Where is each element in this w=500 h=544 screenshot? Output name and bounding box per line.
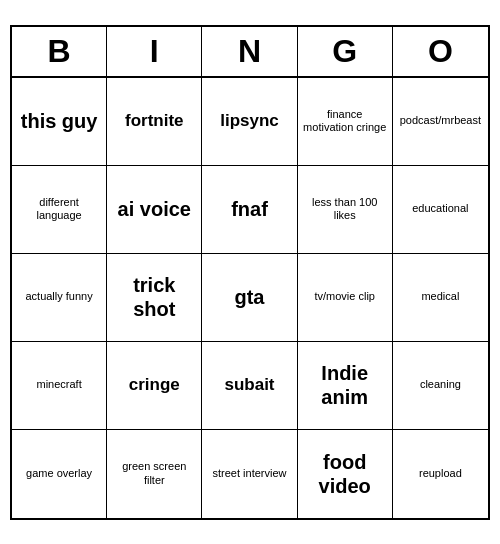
bingo-cell-1: fortnite [107, 78, 202, 166]
bingo-cell-17: subait [202, 342, 297, 430]
cell-text-10: actually funny [25, 290, 92, 303]
cell-text-2: lipsync [220, 111, 279, 131]
bingo-cell-9: educational [393, 166, 488, 254]
bingo-cell-22: street interview [202, 430, 297, 518]
cell-text-24: reupload [419, 467, 462, 480]
cell-text-14: medical [421, 290, 459, 303]
bingo-cell-7: fnaf [202, 166, 297, 254]
cell-text-6: ai voice [118, 197, 191, 221]
bingo-cell-6: ai voice [107, 166, 202, 254]
bingo-letter-g: G [298, 27, 393, 76]
cell-text-18: Indie anim [302, 361, 388, 409]
bingo-cell-10: actually funny [12, 254, 107, 342]
bingo-cell-5: different language [12, 166, 107, 254]
bingo-cell-11: trick shot [107, 254, 202, 342]
bingo-cell-19: cleaning [393, 342, 488, 430]
cell-text-4: podcast/mrbeast [400, 114, 481, 127]
bingo-letter-i: I [107, 27, 202, 76]
bingo-cell-13: tv/movie clip [298, 254, 393, 342]
cell-text-23: food video [302, 450, 388, 498]
bingo-cell-23: food video [298, 430, 393, 518]
cell-text-16: cringe [129, 375, 180, 395]
bingo-cell-20: game overlay [12, 430, 107, 518]
bingo-cell-2: lipsync [202, 78, 297, 166]
cell-text-20: game overlay [26, 467, 92, 480]
cell-text-19: cleaning [420, 378, 461, 391]
cell-text-12: gta [234, 285, 264, 309]
cell-text-3: finance motivation cringe [302, 108, 388, 134]
cell-text-9: educational [412, 202, 468, 215]
cell-text-0: this guy [21, 109, 98, 133]
cell-text-13: tv/movie clip [314, 290, 375, 303]
bingo-cell-21: green screen filter [107, 430, 202, 518]
cell-text-17: subait [224, 375, 274, 395]
bingo-cell-24: reupload [393, 430, 488, 518]
bingo-cell-3: finance motivation cringe [298, 78, 393, 166]
cell-text-8: less than 100 likes [302, 196, 388, 222]
bingo-grid: this guyfortnitelipsyncfinance motivatio… [12, 78, 488, 518]
bingo-cell-18: Indie anim [298, 342, 393, 430]
bingo-cell-12: gta [202, 254, 297, 342]
cell-text-21: green screen filter [111, 460, 197, 486]
bingo-cell-4: podcast/mrbeast [393, 78, 488, 166]
bingo-letter-o: O [393, 27, 488, 76]
bingo-cell-15: minecraft [12, 342, 107, 430]
cell-text-15: minecraft [36, 378, 81, 391]
bingo-card: BINGO this guyfortnitelipsyncfinance mot… [10, 25, 490, 520]
bingo-cell-0: this guy [12, 78, 107, 166]
cell-text-5: different language [16, 196, 102, 222]
bingo-letter-b: B [12, 27, 107, 76]
bingo-header: BINGO [12, 27, 488, 78]
cell-text-7: fnaf [231, 197, 268, 221]
bingo-cell-16: cringe [107, 342, 202, 430]
cell-text-22: street interview [213, 467, 287, 480]
bingo-letter-n: N [202, 27, 297, 76]
cell-text-1: fortnite [125, 111, 184, 131]
bingo-cell-14: medical [393, 254, 488, 342]
bingo-cell-8: less than 100 likes [298, 166, 393, 254]
cell-text-11: trick shot [111, 273, 197, 321]
